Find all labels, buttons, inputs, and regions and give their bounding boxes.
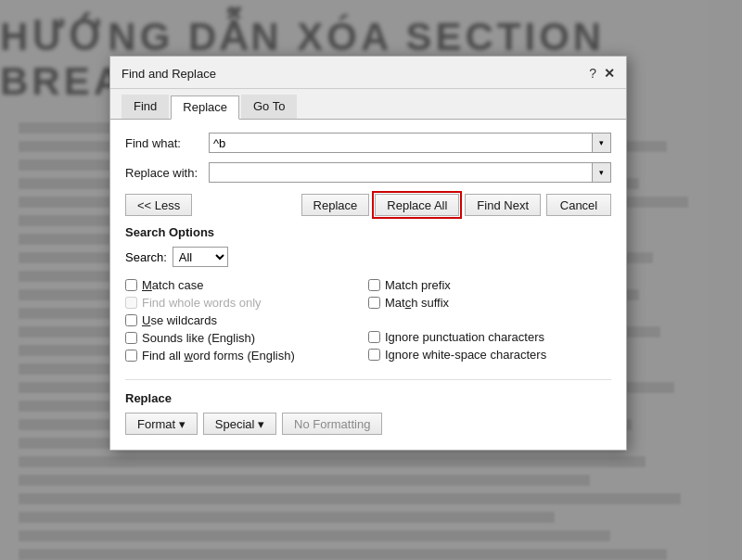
replace-section-title: Replace <box>125 391 611 405</box>
replace-with-input[interactable] <box>209 162 593 183</box>
ignore-whitespace-checkbox[interactable] <box>368 349 380 361</box>
wildcards-option: Use wildcards <box>125 312 368 329</box>
dialog-title: Find and Replace <box>122 67 216 81</box>
find-replace-dialog: Find and Replace ? ✕ Find Replace Go To … <box>109 56 627 451</box>
match-prefix-option: Match prefix <box>368 276 611 294</box>
match-case-checkbox[interactable] <box>125 279 137 291</box>
search-options-section: Search Options Search: All Up Down Match… <box>125 225 611 364</box>
no-formatting-button[interactable]: No Formatting <box>282 413 382 435</box>
tab-find[interactable]: Find <box>122 95 169 119</box>
options-left-col: Match case Find whole words only Use wil… <box>125 276 368 364</box>
find-what-row: Find what: ▾ <box>125 133 611 153</box>
special-button[interactable]: Special ▾ <box>203 413 276 435</box>
match-prefix-checkbox[interactable] <box>368 279 380 291</box>
replace-with-label: Replace with: <box>125 166 209 180</box>
dialog-body: Find what: ▾ Replace with: ▾ << Less Rep… <box>110 120 626 450</box>
help-button[interactable]: ? <box>589 66 596 81</box>
find-what-label: Find what: <box>125 136 209 150</box>
find-next-button[interactable]: Find Next <box>465 194 541 216</box>
sounds-like-option: Sounds like (English) <box>125 329 368 347</box>
options-grid: Match case Find whole words only Use wil… <box>125 276 611 364</box>
word-forms-option: Find all word forms (English) <box>125 347 368 364</box>
titlebar-controls: ? ✕ <box>589 66 615 81</box>
close-button[interactable]: ✕ <box>604 66 615 81</box>
ignore-whitespace-option: Ignore white-space characters <box>368 346 611 363</box>
cancel-button[interactable]: Cancel <box>546 194 611 216</box>
replace-section: Replace Format ▾ Special ▾ No Formatting <box>125 379 611 435</box>
match-case-option: Match case <box>125 276 368 294</box>
sounds-like-checkbox[interactable] <box>125 332 137 344</box>
match-suffix-option: Match suffix <box>368 294 611 312</box>
replace-all-button[interactable]: Replace All <box>375 194 459 216</box>
whole-words-checkbox[interactable] <box>125 297 137 309</box>
find-what-input-wrap: ▾ <box>209 133 611 153</box>
format-button[interactable]: Format ▾ <box>125 413 198 435</box>
find-what-dropdown[interactable]: ▾ <box>593 133 611 153</box>
ignore-punctuation-option: Ignore punctuation characters <box>368 328 611 346</box>
ignore-punctuation-checkbox[interactable] <box>368 331 380 343</box>
find-what-input[interactable] <box>209 133 593 153</box>
less-button[interactable]: << Less <box>125 194 192 216</box>
search-select[interactable]: All Up Down <box>173 247 228 267</box>
match-suffix-checkbox[interactable] <box>368 297 380 309</box>
tab-replace[interactable]: Replace <box>171 95 239 120</box>
dialog-titlebar: Find and Replace ? ✕ <box>110 57 626 89</box>
replace-with-dropdown[interactable]: ▾ <box>593 162 611 183</box>
replace-with-input-wrap: ▾ <box>209 162 611 183</box>
dialog-tabs: Find Replace Go To <box>110 89 626 120</box>
search-label: Search: <box>125 250 167 264</box>
search-options-title: Search Options <box>125 225 611 239</box>
wildcards-checkbox[interactable] <box>125 314 137 326</box>
search-row: Search: All Up Down <box>125 247 611 267</box>
replace-with-row: Replace with: ▾ <box>125 162 611 183</box>
whole-words-option: Find whole words only <box>125 294 368 312</box>
replace-button[interactable]: Replace <box>301 194 370 216</box>
word-forms-checkbox[interactable] <box>125 350 137 362</box>
replace-buttons-row: Format ▾ Special ▾ No Formatting <box>125 413 611 435</box>
tab-goto[interactable]: Go To <box>241 95 297 119</box>
main-button-row: << Less Replace Replace All Find Next Ca… <box>125 194 611 216</box>
options-right-col: Match prefix Match suffix Ignore punctua… <box>368 276 611 364</box>
